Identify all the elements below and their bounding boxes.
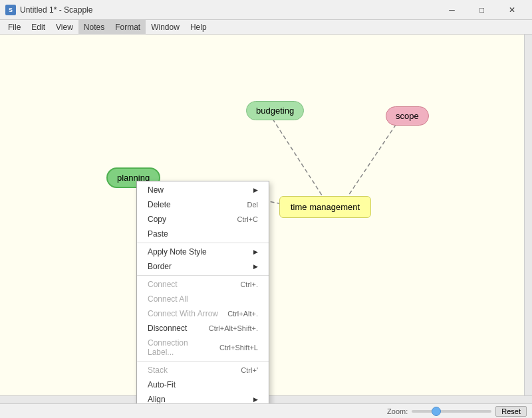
cm-apply-note-style[interactable]: Apply Note Style: [137, 245, 269, 259]
menu-help[interactable]: Help: [185, 20, 212, 35]
cm-connect-label: Connect: [148, 280, 178, 289]
cm-disconnect-shortcut: Ctrl+Alt+Shift+.: [209, 324, 258, 332]
node-scope[interactable]: scope: [386, 106, 429, 126]
titlebar-controls: ─ □ ✕: [437, 0, 527, 20]
cm-connect: Connect Ctrl+.: [137, 277, 269, 292]
node-scope-label: scope: [396, 111, 419, 121]
cm-copy[interactable]: Copy Ctrl+C: [137, 212, 269, 227]
vertical-scrollbar[interactable]: [524, 35, 532, 395]
reset-button[interactable]: Reset: [495, 406, 527, 417]
cm-connection-label-label: Connection Label...: [148, 338, 214, 357]
node-time-management[interactable]: time management: [279, 196, 371, 218]
cm-stack-shortcut: Ctrl+': [241, 366, 258, 374]
close-button[interactable]: ✕: [497, 0, 527, 20]
cm-connection-label: Connection Label... Ctrl+Shift+L: [137, 336, 269, 360]
cm-sep-1: [137, 243, 269, 243]
cm-copy-label: Copy: [148, 215, 166, 224]
cm-auto-fit-label: Auto-Fit: [148, 380, 176, 389]
cm-auto-fit[interactable]: Auto-Fit: [137, 377, 269, 392]
cm-new-label: New: [148, 185, 164, 195]
svg-line-1: [346, 119, 400, 199]
svg-line-0: [273, 119, 325, 199]
minimize-button[interactable]: ─: [437, 0, 467, 20]
cm-connection-label-shortcut: Ctrl+Shift+L: [219, 344, 258, 352]
cm-connect-with-arrow-shortcut: Ctrl+Alt+.: [227, 310, 258, 318]
titlebar: S Untitled 1* - Scapple ─ □ ✕: [0, 0, 532, 20]
cm-sep-3: [137, 361, 269, 362]
app-icon: S: [5, 5, 16, 15]
cm-connect-all: Connect All: [137, 292, 269, 306]
cm-connect-with-arrow: Connect With Arrow Ctrl+Alt+.: [137, 306, 269, 321]
menu-file[interactable]: File: [3, 20, 26, 35]
zoom-label: Zoom:: [387, 407, 408, 415]
bottombar: Zoom: Reset: [0, 403, 532, 418]
cm-stack: Stack Ctrl+': [137, 363, 269, 377]
cm-paste[interactable]: Paste: [137, 227, 269, 241]
app-icon-text: S: [9, 7, 13, 13]
cm-disconnect-label: Disconnect: [148, 324, 187, 333]
zoom-slider[interactable]: [412, 410, 491, 413]
menu-edit[interactable]: Edit: [26, 20, 51, 35]
cm-connect-with-arrow-label: Connect With Arrow: [148, 309, 218, 318]
cm-delete-label: Delete: [148, 200, 171, 209]
titlebar-title: Untitled 1* - Scapple: [20, 5, 92, 15]
menu-notes[interactable]: Notes: [78, 20, 110, 35]
cm-apply-note-style-label: Apply Note Style: [148, 247, 207, 257]
node-budgeting[interactable]: budgeting: [246, 101, 304, 120]
menu-view[interactable]: View: [51, 20, 78, 35]
maximize-button[interactable]: □: [467, 0, 497, 20]
titlebar-left: S Untitled 1* - Scapple: [5, 5, 92, 15]
cm-paste-label: Paste: [148, 229, 168, 239]
cm-stack-label: Stack: [148, 366, 168, 375]
cm-delete[interactable]: Delete Del: [137, 197, 269, 212]
node-time-label: time management: [291, 202, 360, 212]
cm-sep-2: [137, 275, 269, 276]
cm-align[interactable]: Align: [137, 392, 269, 403]
cm-connect-shortcut: Ctrl+.: [240, 280, 258, 288]
menu-format[interactable]: Format: [110, 20, 146, 35]
cm-connect-all-label: Connect All: [148, 294, 188, 304]
menubar: File Edit View Notes Format Window Help: [0, 20, 532, 35]
cm-border[interactable]: Border: [137, 259, 269, 274]
canvas[interactable]: budgeting scope planning time management…: [0, 35, 532, 403]
zoom-thumb[interactable]: [432, 407, 441, 416]
cm-disconnect[interactable]: Disconnect Ctrl+Alt+Shift+.: [137, 321, 269, 336]
node-budgeting-label: budgeting: [256, 106, 294, 116]
cm-new[interactable]: New: [137, 183, 269, 197]
cm-align-label: Align: [148, 395, 166, 403]
context-menu: New Delete Del Copy Ctrl+C Paste Apply N…: [136, 181, 269, 403]
cm-copy-shortcut: Ctrl+C: [237, 215, 258, 223]
menu-window[interactable]: Window: [146, 20, 185, 35]
cm-delete-shortcut: Del: [247, 201, 258, 209]
cm-border-label: Border: [148, 262, 172, 271]
